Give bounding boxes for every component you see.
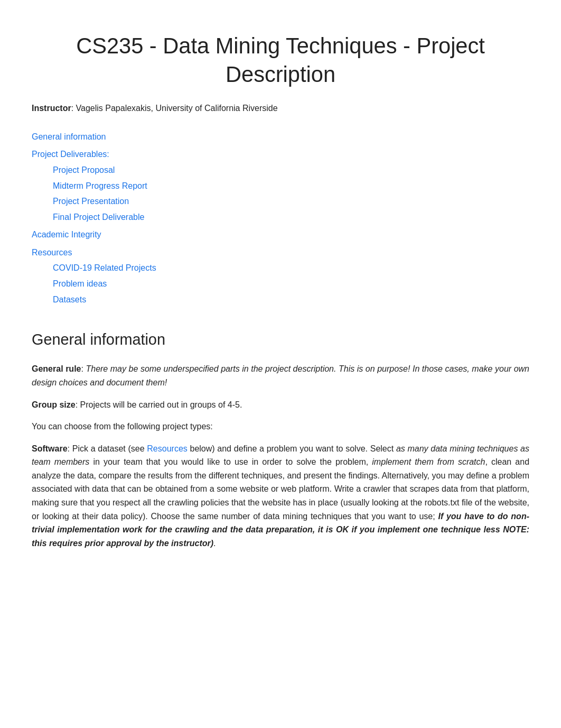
toc-link-datasets[interactable]: Datasets [53,295,86,304]
toc-item-presentation: Project Presentation [53,195,529,208]
toc-group-resources: Resources COVID-19 Related Projects Prob… [32,246,529,306]
toc-link-problem-ideas[interactable]: Problem ideas [53,279,107,288]
group-size-label: Group size [32,400,76,409]
toc-link-proposal[interactable]: Project Proposal [53,165,115,174]
group-size-text: Projects will be carried out in groups o… [80,400,242,409]
toc-item-deliverables: Project Deliverables: [32,148,529,161]
group-size-paragraph: Group size: Projects will be carried out… [32,398,529,412]
toc-group-deliverables: Project Deliverables: Project Proposal M… [32,148,529,224]
software-text-3b: implement them from scratch [372,457,485,466]
toc-item-covid: COVID-19 Related Projects [53,261,529,275]
toc-item-resources: Resources [32,246,529,260]
table-of-contents: General information Project Deliverables… [32,130,529,307]
section-general-info-title: General information [32,327,529,352]
toc-item-general: General information [32,130,529,144]
software-text-2: below) and define a problem you want to … [188,444,396,453]
instructor-line: Instructor: Vagelis Papalexakis, Univers… [32,102,529,115]
page-title: CS235 - Data Mining Techniques - Project… [32,32,529,89]
software-text-4d: . [213,539,216,548]
software-text-1: : Pick a dataset (see [68,444,147,453]
toc-group-integrity: Academic Integrity [32,228,529,242]
toc-link-presentation[interactable]: Project Presentation [53,197,129,206]
software-text-3: in your team that you would like to use … [89,457,372,466]
instructor-label: Instructor [32,104,71,113]
section-general-information: General information General rule: There … [32,327,529,550]
toc-item-proposal: Project Proposal [53,163,529,177]
toc-link-final[interactable]: Final Project Deliverable [53,213,144,222]
toc-link-covid[interactable]: COVID-19 Related Projects [53,263,156,272]
project-types-intro: You can choose from the following projec… [32,420,529,434]
software-resources-link[interactable]: Resources [147,444,187,453]
instructor-value: Vagelis Papalexakis, University of Calif… [76,104,278,113]
toc-item-midterm: Midterm Progress Report [53,179,529,193]
toc-sub-deliverables: Project Proposal Midterm Progress Report… [53,163,529,224]
toc-group-general: General information [32,130,529,144]
general-rule-paragraph: General rule: There may be some underspe… [32,362,529,389]
software-label: Software [32,444,68,453]
toc-item-integrity: Academic Integrity [32,228,529,242]
toc-link-general-information[interactable]: General information [32,132,106,141]
toc-item-final: Final Project Deliverable [53,210,529,224]
toc-sub-resources: COVID-19 Related Projects Problem ideas … [53,261,529,306]
toc-link-integrity[interactable]: Academic Integrity [32,230,101,239]
project-types-intro-text: You can choose from the following projec… [32,422,213,431]
toc-link-resources[interactable]: Resources [32,248,72,257]
general-rule-label: General rule [32,364,81,373]
general-rule-text: There may be some underspecified parts i… [32,364,529,387]
software-paragraph: Software: Pick a dataset (see Resources … [32,442,529,550]
toc-link-midterm[interactable]: Midterm Progress Report [53,181,147,190]
toc-item-datasets: Datasets [53,293,529,307]
toc-item-problem-ideas: Problem ideas [53,277,529,291]
toc-link-deliverables[interactable]: Project Deliverables: [32,150,109,159]
